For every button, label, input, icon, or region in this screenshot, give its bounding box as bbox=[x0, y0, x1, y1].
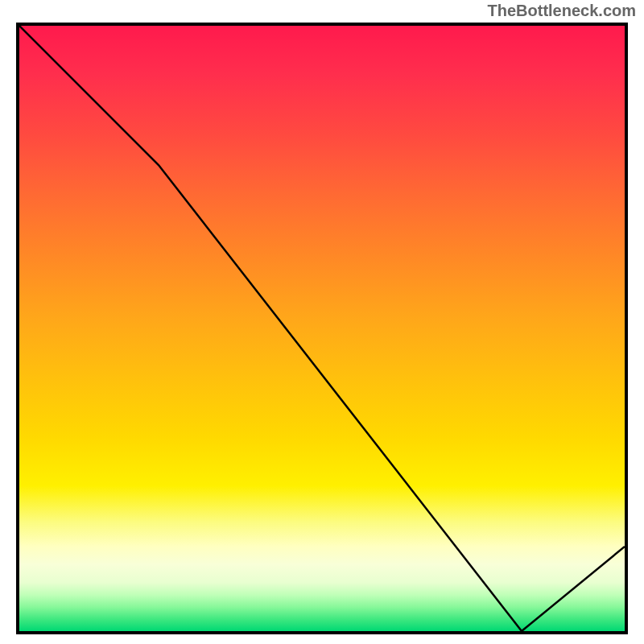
line-chart-svg bbox=[19, 26, 625, 631]
chart-plot-area bbox=[16, 23, 628, 634]
data-curve bbox=[19, 26, 625, 631]
watermark-text: TheBottleneck.com bbox=[488, 2, 636, 20]
